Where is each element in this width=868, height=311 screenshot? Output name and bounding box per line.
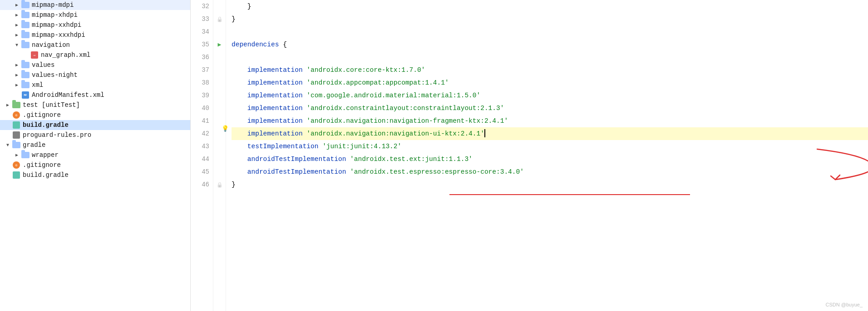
tree-item-label: values-night bbox=[32, 71, 78, 79]
line-number: 36 bbox=[191, 51, 209, 64]
folder-icon bbox=[21, 71, 30, 79]
tree-arrow: ▶ bbox=[13, 152, 21, 158]
tree-item-label: mipmap-xhdpi bbox=[32, 11, 78, 19]
sidebar-item-test[interactable]: ▶test [unitTest] bbox=[0, 100, 190, 110]
gutter-cell bbox=[213, 64, 226, 76]
line-number: 45 bbox=[191, 166, 209, 178]
code-line-44: androidTestImplementation 'androidx.test… bbox=[232, 153, 868, 166]
folder-icon bbox=[21, 151, 30, 159]
tree-item-label: AndroidManifest.xml bbox=[32, 91, 104, 99]
gutter-cell bbox=[213, 89, 226, 102]
tree-item-label: gradle bbox=[23, 141, 45, 149]
gutter-cell bbox=[213, 166, 226, 178]
code-line-37: implementation 'androidx.core:core-ktx:1… bbox=[232, 64, 868, 76]
tree-arrow: ▼ bbox=[4, 143, 12, 148]
lock-icon: 🔒 bbox=[217, 182, 223, 188]
tree-item-label: mipmap-xxhdpi bbox=[32, 21, 81, 29]
line-number: 46 bbox=[191, 178, 209, 191]
code-line-38: implementation 'androidx.appcompat:appco… bbox=[232, 76, 868, 89]
gutter-cell bbox=[213, 51, 226, 64]
gutter-cell bbox=[213, 76, 226, 89]
sidebar-item-wrapper[interactable]: ▶wrapper bbox=[0, 150, 190, 160]
tree-arrow: ▶ bbox=[13, 62, 21, 68]
tree-item-label: values bbox=[32, 61, 54, 69]
line-number: 34 bbox=[191, 25, 209, 38]
code-line-42: 💡 implementation 'androidx.navigation:na… bbox=[232, 127, 868, 140]
tree-item-label: test [unitTest] bbox=[23, 101, 80, 109]
sidebar-item-.gitignore2[interactable]: ⊙.gitignore bbox=[0, 160, 190, 170]
tree-arrow: ▶ bbox=[13, 12, 21, 18]
gutter-cell: 🔒 bbox=[213, 178, 226, 191]
proguard-icon bbox=[12, 131, 21, 139]
run-icon[interactable]: ▶ bbox=[218, 41, 222, 48]
line-number: 37 bbox=[191, 64, 209, 76]
code-line-33: } bbox=[232, 13, 868, 25]
code-area[interactable]: }}dependencies { implementation 'android… bbox=[226, 0, 868, 311]
line-numbers: 323334353637383940414243444546 bbox=[191, 0, 213, 311]
nav_xml-icon: ⇨ bbox=[30, 51, 39, 59]
folder-icon bbox=[21, 1, 30, 9]
lightbulb-icon[interactable]: 💡 bbox=[222, 123, 229, 135]
code-line-34 bbox=[232, 25, 868, 38]
line-number: 35 bbox=[191, 38, 209, 51]
tree-item-label: .gitignore bbox=[23, 111, 61, 119]
folder-icon bbox=[21, 61, 30, 69]
gutter-cell bbox=[213, 25, 226, 38]
sidebar-item-gradle[interactable]: ▼gradle bbox=[0, 140, 190, 150]
gutter: 🔒▶🔒 bbox=[213, 0, 226, 311]
tree-arrow: ▶ bbox=[13, 72, 21, 78]
sidebar-item-values-night[interactable]: ▶values-night bbox=[0, 70, 190, 80]
gutter-cell bbox=[213, 0, 226, 13]
line-number: 41 bbox=[191, 115, 209, 127]
tree-item-label: proguard-rules.pro bbox=[23, 131, 91, 139]
manifest-icon: MF bbox=[21, 91, 30, 99]
sidebar-item-build.gradle2[interactable]: build.gradle bbox=[0, 170, 190, 180]
tree-item-label: wrapper bbox=[32, 151, 59, 159]
sidebar-item-values[interactable]: ▶values bbox=[0, 60, 190, 70]
tree-item-label: nav_graph.xml bbox=[41, 51, 90, 59]
line-number: 39 bbox=[191, 89, 209, 102]
gutter-cell: ▶ bbox=[213, 38, 226, 51]
sidebar-item-mipmap-xxhdpi[interactable]: ▶mipmap-xxhdpi bbox=[0, 20, 190, 30]
tree-arrow: ▶ bbox=[13, 32, 21, 38]
lock-icon: 🔒 bbox=[217, 16, 223, 22]
tree-arrow: ▶ bbox=[13, 82, 21, 88]
sidebar-item-nav_graph.xml[interactable]: ⇨nav_graph.xml bbox=[0, 50, 190, 60]
gitignore-icon: ⊙ bbox=[12, 161, 21, 169]
tree-arrow: ▼ bbox=[13, 43, 21, 48]
code-line-36 bbox=[232, 51, 868, 64]
sidebar-item-navigation[interactable]: ▼navigation bbox=[0, 40, 190, 50]
folder-icon bbox=[12, 141, 21, 149]
code-line-32: } bbox=[232, 0, 868, 13]
gradle-icon bbox=[12, 121, 21, 129]
code-line-39: implementation 'com.google.android.mater… bbox=[232, 89, 868, 102]
line-number: 44 bbox=[191, 153, 209, 166]
sidebar-item-mipmap-mdpi[interactable]: ▶mipmap-mdpi bbox=[0, 0, 190, 10]
tree-item-label: mipmap-mdpi bbox=[32, 1, 74, 9]
gradle-icon bbox=[12, 171, 21, 179]
code-line-43: testImplementation 'junit:junit:4.13.2' bbox=[232, 140, 868, 153]
folder-icon bbox=[21, 41, 30, 49]
sidebar-item-AndroidManifest.xml[interactable]: MFAndroidManifest.xml bbox=[0, 90, 190, 100]
sidebar-item-.gitignore[interactable]: ⊙.gitignore bbox=[0, 110, 190, 120]
tree-arrow: ▶ bbox=[4, 102, 12, 108]
folder-icon bbox=[21, 31, 30, 39]
line-number: 40 bbox=[191, 102, 209, 115]
folder-green-icon bbox=[12, 101, 21, 109]
tree-item-label: xml bbox=[32, 81, 43, 89]
tree-item-label: mipmap-xxxhdpi bbox=[32, 31, 85, 39]
tree-item-label: build.gradle bbox=[23, 121, 69, 129]
tree-item-label: build.gradle bbox=[23, 171, 69, 179]
gutter-cell bbox=[213, 102, 226, 115]
line-number: 42 bbox=[191, 127, 209, 140]
sidebar-item-mipmap-xxxhdpi[interactable]: ▶mipmap-xxxhdpi bbox=[0, 30, 190, 40]
line-number: 33 bbox=[191, 13, 209, 25]
sidebar-item-build.gradle[interactable]: build.gradle bbox=[0, 120, 190, 130]
file-tree[interactable]: ▶mipmap-mdpi▶mipmap-xhdpi▶mipmap-xxhdpi▶… bbox=[0, 0, 191, 311]
sidebar-item-xml[interactable]: ▶xml bbox=[0, 80, 190, 90]
gutter-cell: 🔒 bbox=[213, 13, 226, 25]
sidebar-item-proguard-rules.pro[interactable]: proguard-rules.pro bbox=[0, 130, 190, 140]
text-cursor bbox=[484, 129, 485, 137]
tree-item-label: navigation bbox=[32, 41, 70, 49]
sidebar-item-mipmap-xhdpi[interactable]: ▶mipmap-xhdpi bbox=[0, 10, 190, 20]
